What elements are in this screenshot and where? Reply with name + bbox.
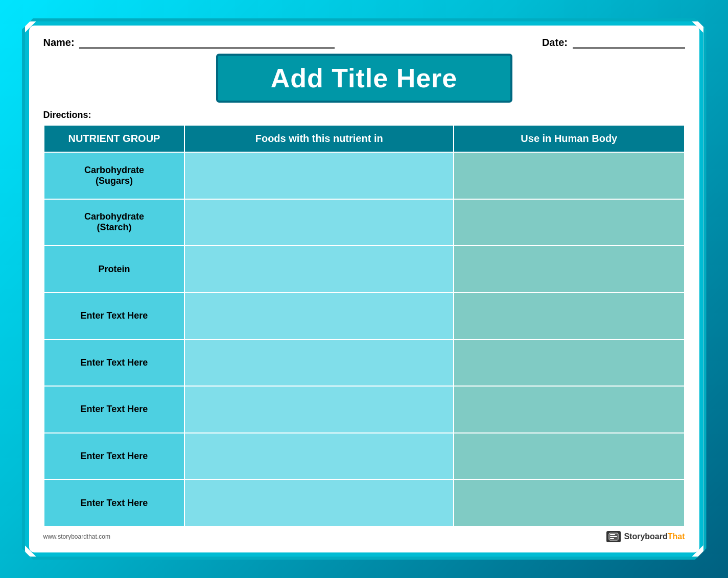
directions-label: Directions: [43,110,685,121]
nutrient-cell: Enter Text Here [44,293,185,340]
table-row: Carbohydrate(Starch) [44,199,685,246]
nutrient-table: NUTRIENT GROUP Foods with this nutrient … [43,125,685,527]
header-row: Name: Date: [43,36,685,49]
foods-cell[interactable] [184,433,454,480]
table-row: Enter Text Here [44,340,685,387]
table-row: Enter Text Here [44,433,685,480]
title-container: Add Title Here [43,54,685,103]
use-cell[interactable] [454,199,684,246]
brand-that: That [668,532,685,541]
brand-story: Storyboard [624,532,667,541]
foods-cell[interactable] [184,386,454,433]
use-cell[interactable] [454,293,684,340]
brand-icon [606,531,621,542]
svg-rect-1 [610,534,615,535]
nutrient-cell: Enter Text Here [44,433,185,480]
table-header-row: NUTRIENT GROUP Foods with this nutrient … [44,125,685,152]
use-cell[interactable] [454,152,684,199]
use-cell[interactable] [454,386,684,433]
name-field: Name: [43,36,335,49]
title-box[interactable]: Add Title Here [216,54,512,103]
name-underline [79,36,335,49]
nutrient-cell: Enter Text Here [44,479,185,526]
brand-svg-icon [608,533,619,541]
foods-cell[interactable] [184,199,454,246]
table-row: Enter Text Here [44,386,685,433]
date-underline [573,36,685,49]
foods-cell[interactable] [184,340,454,387]
foods-cell[interactable] [184,479,454,526]
table-row: Carbohydrate(Sugars) [44,152,685,199]
watermark-text: www.storyboardthat.com [43,533,110,540]
use-cell[interactable] [454,340,684,387]
page-frame: Name: Date: Add Title Here Directions: N… [22,18,707,560]
brand-text: StoryboardThat [624,532,685,541]
nutrient-cell: Carbohydrate(Sugars) [44,152,185,199]
col-header-foods: Foods with this nutrient in [184,125,454,152]
svg-rect-3 [610,538,614,539]
col-header-nutrient: NUTRIENT GROUP [44,125,185,152]
name-label: Name: [43,37,75,48]
nutrient-cell: Carbohydrate(Starch) [44,199,185,246]
nutrient-cell: Enter Text Here [44,386,185,433]
svg-rect-2 [610,536,617,537]
foods-cell[interactable] [184,293,454,340]
table-row: Enter Text Here [44,479,685,526]
footer-bar: www.storyboardthat.com StoryboardThat [43,531,685,542]
use-cell[interactable] [454,479,684,526]
title-text: Add Title Here [249,63,480,93]
date-field: Date: [542,36,685,49]
col-header-use: Use in Human Body [454,125,684,152]
table-row: Protein [44,246,685,293]
foods-cell[interactable] [184,152,454,199]
table-row: Enter Text Here [44,293,685,340]
date-label: Date: [542,37,568,48]
brand-logo: StoryboardThat [606,531,685,542]
foods-cell[interactable] [184,246,454,293]
nutrient-cell: Protein [44,246,185,293]
use-cell[interactable] [454,246,684,293]
nutrient-cell: Enter Text Here [44,340,185,387]
use-cell[interactable] [454,433,684,480]
